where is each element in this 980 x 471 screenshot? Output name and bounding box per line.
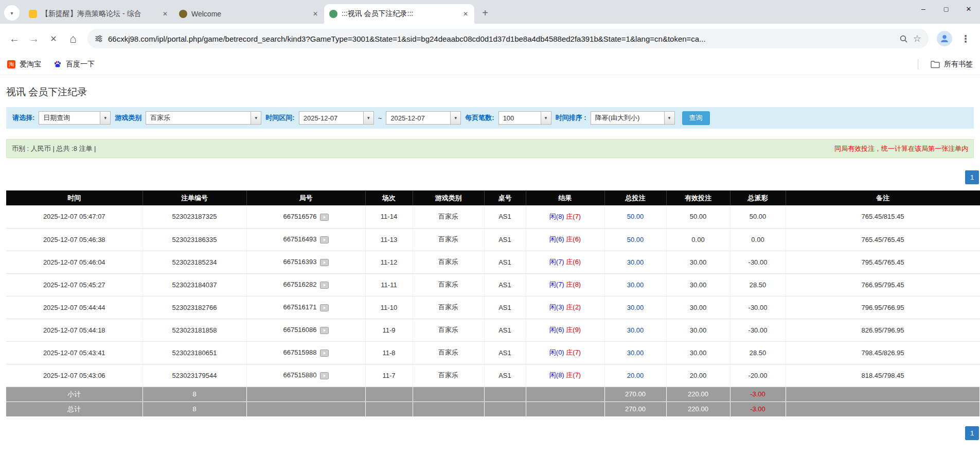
forward-button[interactable]: → — [25, 29, 43, 48]
zoom-icon[interactable] — [899, 34, 908, 43]
cell-total-bet: 30.00 — [604, 296, 666, 319]
cell-round: 667516171 — [246, 296, 365, 319]
cell-table-no: AS1 — [484, 364, 526, 387]
result-banker: 庄(6) — [566, 258, 581, 266]
video-replay-icon[interactable] — [320, 350, 329, 357]
video-replay-icon[interactable] — [320, 372, 329, 379]
date-from-select[interactable]: 2025-12-07 ▾ — [299, 111, 374, 125]
total-count: 8 — [142, 402, 246, 416]
chevron-down-icon[interactable]: ▾ — [100, 112, 110, 124]
video-replay-icon[interactable] — [320, 282, 329, 289]
pagination-bottom: 1 — [0, 426, 979, 440]
query-button[interactable]: 查询 — [682, 111, 710, 125]
cell-bet-id: 523023185234 — [142, 251, 246, 273]
cell-time: 2025-12-07 05:43:41 — [6, 341, 142, 364]
result-player: 闲(0) — [549, 348, 564, 356]
maximize-button[interactable]: ▢ — [935, 0, 957, 18]
cell-game-type: 百家乐 — [413, 364, 484, 387]
cell-bet-id: 523023184037 — [142, 273, 246, 296]
profile-avatar[interactable] — [937, 31, 952, 46]
empty-cell — [413, 387, 484, 402]
total-payout: -3.00 — [730, 402, 786, 416]
table-row: 2025-12-07 05:44:44523023182766667516171… — [6, 296, 980, 319]
page-number-button[interactable]: 1 — [965, 170, 979, 184]
video-replay-icon[interactable] — [320, 259, 329, 266]
home-button[interactable]: ⌂ — [64, 29, 82, 48]
cell-total-bet: 30.00 — [604, 319, 666, 341]
total-bet-link[interactable]: 30.00 — [627, 326, 644, 334]
cell-bet-id: 523023187325 — [142, 205, 246, 228]
page-title: 视讯 会员下注纪录 — [6, 85, 980, 99]
date-to-select[interactable]: 2025-12-07 ▾ — [386, 111, 461, 125]
col-result: 结果 — [526, 190, 604, 205]
total-bet-link[interactable]: 30.00 — [627, 304, 644, 311]
bookmark-label: 爱淘宝 — [20, 60, 41, 69]
cell-valid-bet: 30.00 — [666, 273, 730, 296]
cell-bet-id: 523023179544 — [142, 364, 246, 387]
cell-payout: -20.00 — [730, 364, 786, 387]
address-bar[interactable]: 66cxkj98.com/ipl/portal.php/game/betreco… — [87, 29, 929, 48]
cell-time: 2025-12-07 05:43:06 — [6, 364, 142, 387]
tab-search-button[interactable]: ▾ — [4, 5, 20, 21]
cell-payout: 28.50 — [730, 341, 786, 364]
chevron-down-icon[interactable]: ▾ — [541, 112, 551, 124]
game-type-select[interactable]: 百家乐 ▾ — [146, 111, 261, 125]
video-replay-icon[interactable] — [320, 327, 329, 334]
cell-payout: 28.50 — [730, 273, 786, 296]
tab-close-icon[interactable]: ✕ — [312, 10, 319, 18]
cell-bet-id: 523023181858 — [142, 319, 246, 341]
col-game-type: 游戏类别 — [413, 190, 484, 205]
chevron-down-icon[interactable]: ▾ — [251, 112, 261, 124]
cell-bet-id: 523023180651 — [142, 341, 246, 364]
subtotal-payout: -3.00 — [730, 387, 786, 402]
bet-records-table: 时间 注单编号 局号 场次 游戏类别 桌号 结果 总投注 有效投注 总派彩 备注… — [6, 190, 980, 417]
folder-icon — [931, 60, 940, 68]
video-replay-icon[interactable] — [320, 304, 329, 311]
all-bookmarks-button[interactable]: 所有书签 — [931, 60, 973, 69]
total-bet-link[interactable]: 20.00 — [627, 372, 644, 379]
close-window-button[interactable]: ✕ — [957, 0, 980, 18]
cell-time: 2025-12-07 05:44:44 — [6, 296, 142, 319]
total-row: 总计 8 270.00 220.00 -3.00 — [6, 402, 980, 416]
cell-round: 667516086 — [246, 319, 365, 341]
subtotal-count: 8 — [142, 387, 246, 402]
notice-text: 同局有效投注，统一计算在该局第一张注单内 — [834, 144, 968, 153]
url-text[interactable]: 66cxkj98.com/ipl/portal.php/game/betreco… — [108, 34, 894, 43]
tab-close-icon[interactable]: ✕ — [462, 10, 469, 18]
chevron-down-icon[interactable]: ▾ — [363, 112, 373, 124]
total-bet-link[interactable]: 30.00 — [627, 281, 644, 289]
cell-result: 闲(3) 庄(2) — [526, 296, 604, 319]
total-bet-link[interactable]: 30.00 — [627, 258, 644, 266]
cell-table-no: AS1 — [484, 341, 526, 364]
tab-close-icon[interactable]: ✕ — [162, 10, 169, 18]
bookmark-star-icon[interactable]: ☆ — [913, 33, 921, 44]
total-bet-link[interactable]: 50.00 — [627, 236, 644, 243]
new-tab-button[interactable]: + — [477, 5, 493, 21]
bookmark-taobao[interactable]: 淘 爱淘宝 — [7, 60, 41, 69]
cell-time: 2025-12-07 05:47:07 — [6, 205, 142, 228]
table-row: 2025-12-07 05:47:07523023187325667516576… — [6, 205, 980, 228]
bookmark-baidu[interactable]: 百度一下 — [54, 60, 95, 69]
result-banker: 庄(8) — [566, 281, 581, 288]
total-bet-link[interactable]: 50.00 — [627, 213, 644, 220]
tab-forum[interactable]: 【新提醒】海燕策略论坛 - 综合 ✕ — [24, 4, 174, 24]
minimize-button[interactable]: – — [912, 0, 935, 18]
chevron-down-icon[interactable]: ▾ — [664, 112, 674, 124]
date-type-select[interactable]: 日期查询 ▾ — [39, 111, 111, 125]
site-settings-icon[interactable] — [95, 34, 103, 43]
video-replay-icon[interactable] — [320, 214, 329, 221]
tab-welcome[interactable]: Welcome ✕ — [174, 4, 324, 24]
chevron-down-icon[interactable]: ▾ — [450, 112, 460, 124]
menu-icon[interactable]: ⋮ — [956, 29, 975, 48]
total-bet-link[interactable]: 30.00 — [627, 349, 644, 357]
back-button[interactable]: ← — [5, 29, 24, 48]
per-page-select[interactable]: 100 ▾ — [498, 111, 551, 125]
tab-favicon — [179, 10, 187, 18]
page-number-button[interactable]: 1 — [965, 426, 979, 440]
stop-loading-button[interactable]: ✕ — [44, 29, 63, 48]
sort-select[interactable]: 降幂(由大到小) ▾ — [591, 111, 675, 125]
video-replay-icon[interactable] — [320, 236, 329, 243]
cell-payout: 0.00 — [730, 228, 786, 251]
cell-game-type: 百家乐 — [413, 251, 484, 273]
tab-bet-records[interactable]: :::视讯 会员下注纪录::: ✕ — [324, 4, 474, 24]
